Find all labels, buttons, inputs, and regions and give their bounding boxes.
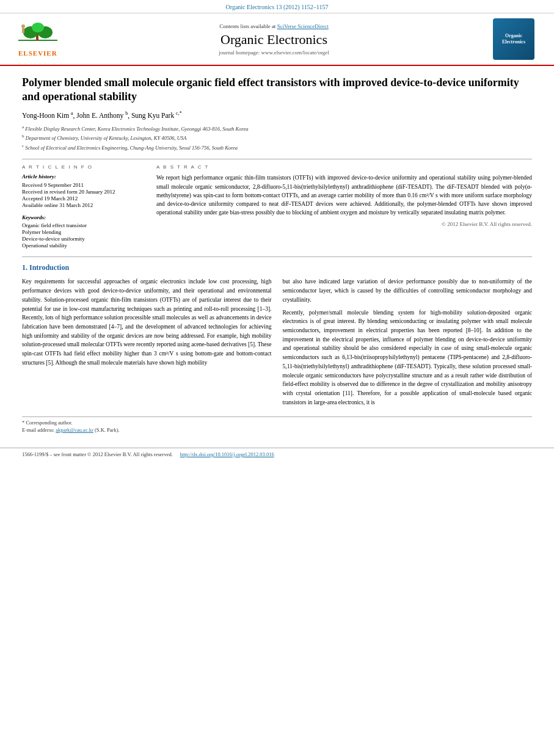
affiliation-a: a Flexible Display Research Center, Kore… (22, 124, 532, 133)
issn-text: 1566-1199/$ – see front matter © 2012 El… (22, 451, 173, 457)
email-line: E-mail address: akpark@cau.ac.kr (S.K. P… (22, 427, 532, 434)
doi-link[interactable]: http://dx.doi.org/10.1016/j.orgel.2012.0… (180, 451, 274, 457)
affiliations: a Flexible Display Research Center, Kore… (22, 124, 532, 152)
intro-para-1: Key requirements for successful approach… (22, 277, 272, 367)
abstract-header: A B S T R A C T (156, 164, 532, 170)
header-center: Contents lists available at SciVerse Sci… (67, 23, 481, 56)
copyright-line: © 2012 Elsevier B.V. All rights reserved… (156, 221, 532, 227)
article-info-header: A R T I C L E I N F O (22, 164, 144, 170)
journal-homepage: journal homepage: www.elsevier.com/locat… (67, 49, 481, 56)
journal-citation: Organic Electronics 13 (2012) 1152–1157 (226, 4, 329, 10)
intro-para-right-1: but also have indicated large variation … (283, 277, 533, 304)
accepted-date: Accepted 19 March 2012 (22, 195, 144, 202)
introduction-heading: 1. Introduction (22, 263, 532, 272)
body-right-column: but also have indicated large variation … (283, 277, 533, 410)
separator-2 (22, 256, 532, 257)
main-content: Polymer blended small molecule organic f… (0, 66, 554, 440)
top-bar: Organic Electronics 13 (2012) 1152–1157 (0, 0, 554, 13)
affiliation-c: c School of Electrical and Electronics E… (22, 143, 532, 152)
affiliation-b: b Department of Chemistry, University of… (22, 133, 532, 142)
keyword-1: Organic field effect transistor (22, 222, 144, 228)
svg-rect-6 (22, 28, 24, 33)
article-info: A R T I C L E I N F O Article history: R… (22, 164, 144, 249)
footnote-area: * Corresponding author. E-mail address: … (22, 416, 532, 434)
sciverse-link[interactable]: SciVerse ScienceDirect (277, 23, 329, 29)
right-journal-logo: Organic Electronics (493, 18, 536, 60)
keyword-4: Operational stability (22, 242, 144, 249)
journal-header: ELSEVIER Contents lists available at Sci… (0, 13, 554, 66)
available-date: Available online 31 March 2012 (22, 202, 144, 208)
article-history-label: Article history: (22, 173, 144, 180)
keyword-3: Device-to-device uniformity (22, 236, 144, 242)
elsevier-wordmark: ELSEVIER (18, 49, 57, 57)
received-date: Received 9 September 2011 (22, 182, 144, 188)
svg-point-5 (21, 24, 25, 28)
contents-available-line: Contents lists available at SciVerse Sci… (67, 23, 481, 29)
email-link[interactable]: akpark@cau.ac.kr (56, 427, 93, 433)
journal-title: Organic Electronics (67, 32, 481, 48)
elsevier-tree-icon (18, 21, 57, 48)
elsevier-logo: ELSEVIER (18, 21, 67, 57)
article-meta-section: A R T I C L E I N F O Article history: R… (22, 164, 532, 249)
keyword-2: Polymer blending (22, 229, 144, 235)
keywords-label: Keywords: (22, 214, 144, 220)
separator-1 (22, 159, 532, 159)
bottom-bar: 1566-1199/$ – see front matter © 2012 El… (0, 448, 554, 460)
right-logo-title: Organic Electronics (502, 33, 525, 45)
introduction-section: 1. Introduction Key requirements for suc… (22, 263, 532, 410)
keywords-section: Keywords: Organic field effect transisto… (22, 214, 144, 249)
abstract-text: We report high performance organic thin-… (156, 173, 532, 217)
authors-line: Yong-Hoon Kim a, John E. Anthony b, Sung… (22, 111, 532, 119)
corresponding-note: * Corresponding author. (22, 420, 532, 427)
intro-para-right-2: Recently, polymer/small molecule blendin… (283, 308, 533, 407)
body-left-column: Key requirements for successful approach… (22, 277, 272, 410)
abstract-section: A B S T R A C T We report high performan… (156, 164, 532, 249)
revised-date: Received in revised form 20 January 2012 (22, 189, 144, 195)
svg-point-4 (32, 23, 44, 32)
body-columns: Key requirements for successful approach… (22, 277, 532, 410)
paper-title: Polymer blended small molecule organic f… (22, 76, 532, 104)
